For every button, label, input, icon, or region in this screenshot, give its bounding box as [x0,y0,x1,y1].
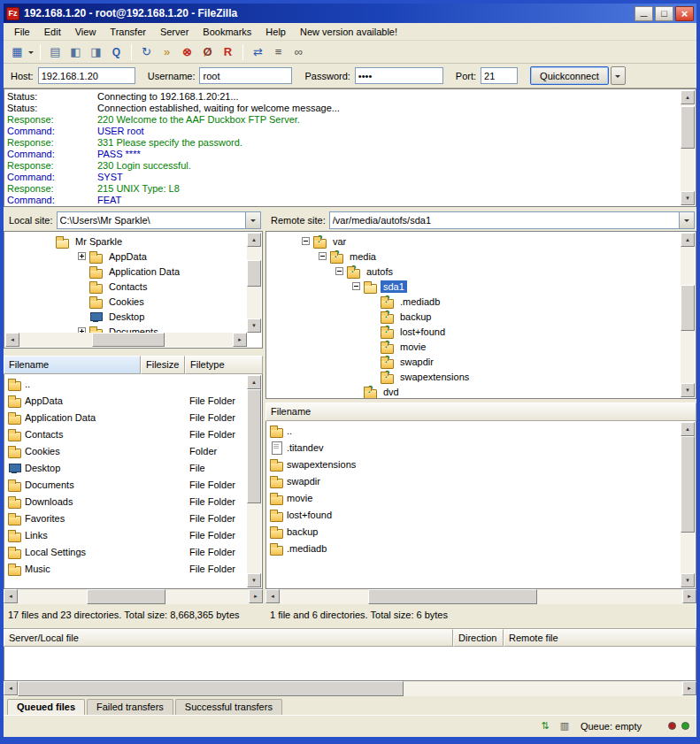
scrollbar-thumb[interactable] [92,333,165,347]
tree-item[interactable]: swapdir [268,354,680,369]
scroll-up-button[interactable]: ▲ [247,375,261,389]
scrollbar-thumb[interactable] [87,589,165,604]
scrollbar-thumb[interactable] [18,681,404,696]
column-header-filename[interactable]: Filename [4,356,141,374]
scroll-left-button[interactable]: ◄ [4,681,18,695]
file-row[interactable]: DesktopFile [6,459,246,476]
close-button[interactable] [675,6,694,21]
remote-list-vertical-scrollbar[interactable]: ▲ ▼ [681,422,695,587]
local-list-vertical-scrollbar[interactable]: ▲ ▼ [247,375,261,587]
column-header-filetype[interactable]: Filetype [185,356,263,374]
menu-server[interactable]: Server [153,25,196,39]
menu-view[interactable]: View [68,25,104,39]
menu-edit[interactable]: Edit [37,25,68,39]
tree-item[interactable]: swapextensions [268,369,680,384]
scroll-right-button[interactable]: ► [249,589,263,603]
file-row[interactable]: DocumentsFile Folder [6,476,246,493]
splitter[interactable] [4,349,263,356]
quickconnect-dropdown-button[interactable] [611,66,626,85]
site-manager-dropdown-icon[interactable] [28,51,34,57]
message-log[interactable]: Status:Connecting to 192.168.1.20:21... … [4,88,696,207]
directory-compare-icon[interactable]: ⇄ [248,42,268,62]
remote-directory-tree[interactable]: var media autofs sda1 .mediadb backup lo… [265,231,696,399]
search-icon[interactable]: ∞ [288,42,309,62]
local-tree-horizontal-scrollbar[interactable]: ◄ ► [5,333,247,347]
file-row[interactable]: .mediadb [268,540,680,556]
collapse-icon[interactable] [352,282,360,290]
scroll-left-button[interactable]: ◄ [5,333,19,347]
tree-item[interactable]: backup [268,309,680,324]
local-list-horizontal-scrollbar[interactable]: ◄ ► [4,589,263,604]
menu-help[interactable]: Help [258,25,293,39]
scrollbar-thumb[interactable] [681,436,695,533]
tab-successful-transfers[interactable]: Successful transfers [175,699,282,715]
password-input[interactable] [355,67,443,84]
remote-path-input[interactable] [330,213,679,227]
column-header-filesize[interactable]: Filesize [141,356,185,374]
cancel-icon[interactable]: ⊗ [177,42,197,62]
tree-item[interactable]: Application Data [6,264,246,279]
minimize-button[interactable] [635,6,653,21]
tree-item[interactable]: Mr Sparkle [6,234,246,249]
file-row[interactable]: AppDataFile Folder [6,392,246,409]
scroll-down-button[interactable]: ▼ [681,383,695,397]
port-input[interactable] [481,67,518,84]
scroll-up-button[interactable]: ▲ [681,422,695,436]
host-input[interactable] [38,67,135,84]
expand-icon[interactable] [78,252,86,260]
column-header-server-local-file[interactable]: Server/Local file [4,629,453,647]
file-row[interactable]: FavoritesFile Folder [6,510,246,526]
tab-failed-transfers[interactable]: Failed transfers [87,699,173,715]
remote-file-list[interactable]: .. .titandev swapextensions swapdir movi… [265,421,696,589]
file-row[interactable]: Local SettingsFile Folder [6,543,246,560]
quickconnect-button[interactable]: Quickconnect [530,66,609,85]
speed-limits-icon[interactable]: ⇅ [538,720,552,732]
file-row[interactable]: DownloadsFile Folder [6,493,246,510]
synchronized-browsing-icon[interactable]: ≡ [268,42,288,62]
local-directory-tree[interactable]: Mr Sparkle AppData Application Data Cont… [4,231,263,349]
remote-list-horizontal-scrollbar[interactable]: ◄ ► [265,589,696,604]
file-row[interactable]: .. [6,375,246,392]
toggle-message-log-icon[interactable]: ▤ [45,42,65,62]
collapse-icon[interactable] [302,237,310,245]
file-row[interactable]: LinksFile Folder [6,526,246,543]
scroll-left-button[interactable]: ◄ [265,589,280,603]
file-row[interactable]: .. [268,422,680,439]
menu-transfer[interactable]: Transfer [103,25,153,39]
scrollbar-thumb[interactable] [681,285,695,331]
tab-queued-files[interactable]: Queued files [7,699,85,715]
scroll-left-button[interactable]: ◄ [4,589,18,603]
file-row[interactable]: backup [268,523,680,540]
scroll-right-button[interactable]: ► [233,333,247,347]
scroll-right-button[interactable]: ► [682,681,696,695]
collapse-icon[interactable] [319,252,327,260]
menu-bookmarks[interactable]: Bookmarks [196,25,258,39]
scrollbar-thumb[interactable] [247,260,261,288]
remote-path-combo[interactable] [329,211,695,229]
username-input[interactable] [199,67,292,84]
tree-item[interactable]: dvd [268,384,680,399]
tree-item[interactable]: lost+found [268,324,680,339]
scrollbar-thumb[interactable] [247,389,261,503]
local-path-combo[interactable] [57,211,261,229]
process-queue-icon[interactable]: » [157,42,177,62]
refresh-icon[interactable]: ↻ [136,42,157,62]
directory-filter-icon[interactable]: ▥ [558,720,572,732]
log-vertical-scrollbar[interactable]: ▲ ▼ [681,90,695,205]
scroll-down-button[interactable]: ▼ [247,573,261,587]
scrollbar-thumb[interactable] [681,106,695,149]
remote-tree-vertical-scrollbar[interactable]: ▲ ▼ [681,233,695,397]
file-row[interactable]: lost+found [268,506,680,523]
tree-item[interactable]: var [268,234,680,249]
file-row[interactable]: movie [268,489,680,506]
toggle-remote-tree-icon[interactable]: ◨ [86,42,106,62]
title-bar[interactable]: Fz 192.168.1.20 - root@192.168.1.20 - Fi… [4,4,696,23]
tree-item[interactable]: Contacts [6,279,246,294]
combo-dropdown-button[interactable] [679,212,694,228]
file-row[interactable]: Application DataFile Folder [6,409,246,426]
tree-item[interactable]: media [268,249,680,264]
combo-dropdown-button[interactable] [245,212,260,228]
disconnect-icon[interactable]: Ø [197,42,218,62]
scrollbar-thumb[interactable] [368,589,537,604]
toggle-queue-icon[interactable]: Q [106,42,127,62]
